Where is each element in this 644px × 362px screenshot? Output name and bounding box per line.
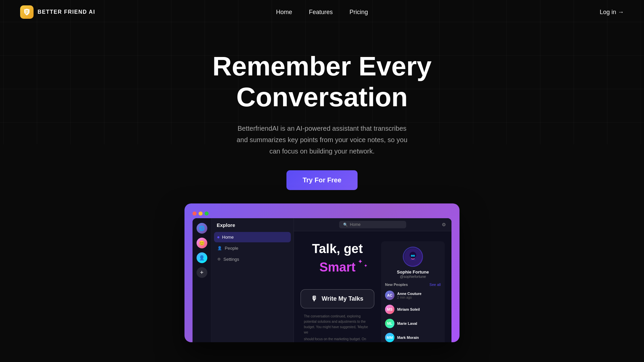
nav-home[interactable]: Home xyxy=(276,9,292,16)
write-talks-button[interactable]: 🎙 Write My Talks xyxy=(301,289,374,308)
nav-dot-home xyxy=(217,236,219,238)
gear-icon[interactable]: ⚙ xyxy=(442,222,446,227)
people-avatar-3[interactable]: ML xyxy=(385,319,394,328)
avatar-1[interactable]: 🌐 xyxy=(197,223,207,234)
sparkle2-icon: ✦ xyxy=(364,263,367,268)
profile-avatar-wrapper: Sophie Fortune @sophiefortune xyxy=(385,247,441,279)
talk-title: Talk, get xyxy=(312,241,363,257)
main-content-area: 🔍 Home ⚙ Talk, get Smart xyxy=(294,218,451,342)
people-avatar-2[interactable]: MS xyxy=(385,305,394,314)
people-name-4: Mark Morain xyxy=(397,336,441,340)
people-time-1: 2 min ago xyxy=(397,296,441,299)
sidebar-settings-label: Settings xyxy=(223,257,239,262)
new-peoples-label: New Peoples xyxy=(385,283,408,287)
hero-title: Remember Every Conversation xyxy=(0,51,644,113)
traffic-light-green[interactable] xyxy=(205,212,209,216)
main-body: Talk, get Smart ✦ ✦ 🎙 Write My Talks xyxy=(294,231,451,342)
people-item-3: ML Marie Laval xyxy=(385,317,441,329)
people-avatar-4[interactable]: MM xyxy=(385,333,394,342)
profile-panel: Sophie Fortune @sophiefortune New People… xyxy=(381,241,445,342)
mic-icon: 🎙 xyxy=(311,295,318,303)
text-preview: The conversation continued, exploring po… xyxy=(301,314,374,342)
people-avatar-1[interactable]: AC xyxy=(385,291,394,300)
cta-button[interactable]: Try For Free xyxy=(286,170,358,190)
avatar-3[interactable]: 👤 xyxy=(197,252,207,263)
sidebar-nav: Explore Home 👤 People ⚙ Settings xyxy=(211,218,294,342)
search-icon: 🔍 xyxy=(343,223,348,227)
sidebar-explore-label: Explore xyxy=(211,218,293,232)
people-item-2: MS Miriam Soleil xyxy=(385,303,441,315)
profile-name: Sophie Fortune xyxy=(385,269,441,275)
logo-icon xyxy=(20,5,34,19)
svg-point-1 xyxy=(410,252,416,258)
add-button[interactable]: + xyxy=(197,267,207,278)
traffic-light-red[interactable] xyxy=(193,212,197,216)
nav-features[interactable]: Features xyxy=(309,9,333,16)
text-preview-line2: should focus on the marketing budget. On… xyxy=(304,337,371,342)
people-item-4: MM Mark Morain xyxy=(385,331,441,342)
people-name-1: Anne Couture xyxy=(397,292,441,296)
login-button[interactable]: Log in → xyxy=(600,9,624,16)
talk-section: Talk, get Smart ✦ ✦ 🎙 Write My Talks xyxy=(301,241,374,342)
search-bar[interactable]: 🔍 Home xyxy=(339,221,406,228)
people-info-3: Marie Laval xyxy=(397,321,441,325)
people-info-1: Anne Couture 2 min ago xyxy=(397,292,441,299)
avatar-2[interactable]: 😊 xyxy=(197,238,207,248)
people-icon: 👤 xyxy=(217,246,222,250)
hero-subtitle: BetterfriendAI is an AI-powered assistan… xyxy=(235,123,409,157)
profile-handle: @sophiefortune xyxy=(385,275,441,279)
sidebar-nav-settings[interactable]: ⚙ Settings xyxy=(214,254,291,264)
sparkle-icon: ✦ xyxy=(358,258,362,265)
talk-subtitle: Smart ✦ ✦ xyxy=(319,260,356,275)
search-label: Home xyxy=(350,222,361,227)
people-info-2: Miriam Soleil xyxy=(397,307,441,311)
profile-avatar xyxy=(403,247,423,267)
sidebar-home-label: Home xyxy=(222,235,234,240)
svg-point-2 xyxy=(411,255,413,257)
people-name-2: Miriam Soleil xyxy=(397,307,441,311)
people-list: AC Anne Couture 2 min ago MS Miriam Sole… xyxy=(385,289,441,342)
settings-icon: ⚙ xyxy=(217,257,221,261)
sidebar-icon-column: 🌐 😊 👤 + xyxy=(193,218,211,342)
hero-title-line1: Remember Every xyxy=(212,51,432,81)
see-all-link[interactable]: See all xyxy=(429,283,441,287)
header: BETTER FRIEND AI Home Features Pricing L… xyxy=(0,0,644,24)
sidebar-people-label: People xyxy=(225,246,238,251)
write-talks-label: Write My Talks xyxy=(322,295,363,302)
text-preview-line1: The conversation continued, exploring po… xyxy=(304,314,371,335)
people-name-3: Marie Laval xyxy=(397,321,441,325)
app-window: 🌐 😊 👤 + Explore Home 👤 People xyxy=(193,218,451,342)
app-frame: 🌐 😊 👤 + Explore Home 👤 People xyxy=(184,203,460,342)
hero-title-line2: Conversation xyxy=(236,82,408,112)
traffic-light-yellow[interactable] xyxy=(199,212,203,216)
main-titlebar: 🔍 Home ⚙ xyxy=(294,218,451,231)
sidebar-nav-people[interactable]: 👤 People xyxy=(214,243,291,253)
sidebar-nav-home[interactable]: Home xyxy=(214,232,291,242)
people-info-4: Mark Morain xyxy=(397,336,441,340)
app-preview-wrapper: 🌐 😊 👤 + Explore Home 👤 People xyxy=(184,203,460,342)
logo-text: BETTER FRIEND AI xyxy=(38,9,95,15)
main-nav: Home Features Pricing xyxy=(276,9,368,16)
peoples-header: New Peoples See all xyxy=(385,283,441,287)
logo[interactable]: BETTER FRIEND AI xyxy=(20,5,95,19)
svg-point-3 xyxy=(413,255,415,257)
people-item: AC Anne Couture 2 min ago xyxy=(385,289,441,301)
nav-pricing[interactable]: Pricing xyxy=(350,9,368,16)
hero-section: Remember Every Conversation Betterfriend… xyxy=(0,24,644,190)
